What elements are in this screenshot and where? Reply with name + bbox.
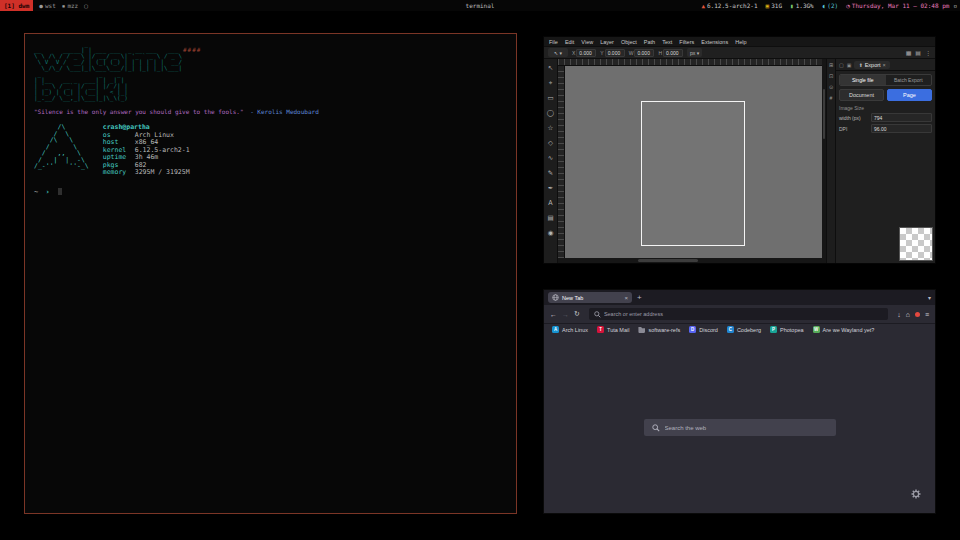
snap-icon[interactable]: ⊙ (829, 84, 833, 90)
tool-icon: ▭ (547, 94, 553, 102)
tab-close-icon[interactable]: × (624, 295, 628, 301)
new-tab-button[interactable]: + (637, 294, 642, 302)
active-tab[interactable]: New Tab × (548, 292, 632, 303)
tool-button[interactable]: ✒ (544, 180, 557, 195)
menu-item[interactable]: Object (621, 39, 637, 45)
snap-icon[interactable]: # (830, 95, 833, 101)
bookmark-are-we-wayland-yet[interactable]: W Are we Wayland yet? (813, 326, 875, 333)
gear-icon[interactable] (911, 485, 921, 503)
menu-item[interactable]: View (581, 39, 593, 45)
menu-item[interactable]: Layer (600, 39, 614, 45)
bookmark-label: Tuta Mail (607, 327, 629, 333)
web-search-box[interactable] (644, 419, 836, 436)
page-button[interactable]: Page (887, 89, 932, 101)
menu-item[interactable]: Edit (565, 39, 574, 45)
tool-button[interactable]: ⌖ (544, 75, 557, 90)
width-spinbox[interactable]: 794 (871, 113, 932, 122)
export-dialog-tab[interactable]: ⬆ Export × (854, 61, 889, 69)
menu-icon[interactable]: ≡ (925, 311, 929, 318)
status-bar: [1] dwm ● wst ▪ mzz ▢ terminal ▲ 6.12.5-… (0, 0, 960, 11)
coordinate-spinbox[interactable]: 0.000 (605, 49, 625, 57)
coordinate-spinbox[interactable]: 0.000 (663, 49, 683, 57)
bookmark-discord[interactable]: D Discord (689, 326, 718, 333)
coordinate-spinbox[interactable]: 0.000 (576, 49, 596, 57)
menu-item[interactable]: Extensions (701, 39, 728, 45)
fetch-fields: os Arch Linux host x86_64 kernel 6.12.5-… (103, 132, 190, 177)
tool-button[interactable]: A (544, 195, 557, 210)
quote-text: "Silence is the only answer you should g… (34, 108, 244, 115)
coordinate-label: W (629, 50, 634, 56)
bookmark-arch-linux[interactable]: A Arch Linux (552, 326, 588, 333)
downloads-icon[interactable]: ↓ (897, 311, 901, 318)
bookmark-tuta-mail[interactable]: T Tuta Mail (597, 326, 629, 333)
tool-button[interactable]: ◉ (544, 225, 557, 240)
close-icon[interactable]: × (883, 62, 886, 68)
tool-icon: ∿ (548, 154, 553, 162)
tool-button[interactable]: ☆ (544, 120, 557, 135)
coordinate-spinbox[interactable]: 0.000 (634, 49, 654, 57)
dpi-spinbox[interactable]: 96.00 (871, 124, 932, 133)
inkscape-window: File Edit View Layer Object Path Text Fi… (543, 36, 936, 264)
tool-icon: ↖ (548, 64, 553, 72)
globe-icon (552, 294, 559, 301)
cmdbar-right-icons: ▦ ▤ ⋮ (906, 49, 931, 56)
snap-icon[interactable]: ⊞ (829, 62, 833, 68)
status-module: ▮ 1.3G% (790, 2, 814, 9)
menu-item[interactable]: File (549, 39, 558, 45)
tool-controls-bar: ↖ ▾ X 0.000 Y 0.000 W 0.000 H (544, 46, 935, 59)
bookmark-folder-software-refs[interactable]: software-refs (638, 326, 680, 333)
tool-button[interactable]: ↖ (544, 60, 557, 75)
unit-dropdown[interactable]: px ▾ (687, 48, 702, 57)
home-icon[interactable]: ⌂ (906, 311, 910, 318)
dock-icon[interactable]: ▣ (847, 62, 852, 68)
cmdbar-icon[interactable]: ⋮ (925, 49, 931, 56)
tool-icon: ▤ (547, 214, 553, 222)
tool-button[interactable]: ▤ (544, 210, 557, 225)
tool-button[interactable]: ✎ (544, 165, 557, 180)
cmdbar-icon[interactable]: ▦ (906, 49, 912, 56)
list-tabs-chevron-icon[interactable]: ▾ (928, 294, 931, 301)
web-search-input[interactable] (665, 425, 828, 431)
batch-export-tab[interactable]: Batch Export (886, 75, 932, 85)
document-button[interactable]: Document (839, 89, 884, 101)
bookmark-codeberg[interactable]: C Codeberg (727, 326, 761, 333)
menu-item[interactable]: Path (644, 39, 655, 45)
inkscape-canvas[interactable] (565, 66, 822, 258)
scrollbar-thumb[interactable] (638, 259, 698, 262)
export-area-buttons: Document Page (839, 89, 932, 101)
coordinate-field: Y 0.000 (600, 49, 624, 57)
shell-prompt[interactable]: ~ › (34, 188, 507, 196)
tool-button[interactable]: ◇ (544, 135, 557, 150)
horizontal-scrollbar[interactable] (558, 258, 822, 263)
tool-icon: A (548, 199, 552, 206)
reload-button[interactable]: ↻ (574, 310, 580, 318)
address-bar[interactable] (589, 308, 888, 320)
vertical-ruler[interactable] (558, 66, 565, 258)
module-icon: ▲ (701, 2, 705, 9)
scrollbar-thumb[interactable] (823, 89, 825, 139)
back-button[interactable]: ← (550, 311, 557, 318)
tool-icon: ✒ (548, 184, 553, 192)
cmdbar-icon[interactable]: ▤ (915, 49, 921, 56)
tool-button[interactable]: ∿ (544, 150, 557, 165)
bookmark-photopea[interactable]: P Photopea (770, 326, 804, 333)
single-file-tab[interactable]: Single file (840, 75, 886, 85)
vertical-scrollbar[interactable] (822, 59, 826, 263)
menu-item[interactable]: Help (735, 39, 746, 45)
tool-icon: ◇ (548, 139, 553, 147)
menu-item[interactable]: Text (662, 39, 672, 45)
dock-icon[interactable]: ▢ (839, 62, 844, 68)
terminal-window[interactable]: _ __ _____| | ___ ___ _ __ ___ ___ \ \ /… (24, 33, 517, 514)
field-value: 3295M / 31925M (135, 169, 190, 177)
horizontal-ruler[interactable] (558, 59, 822, 66)
inkscape-menubar: File Edit View Layer Object Path Text Fi… (544, 37, 935, 46)
tool-button[interactable]: ◯ (544, 105, 557, 120)
tool-options-dropdown[interactable]: ↖ ▾ (548, 48, 568, 57)
forward-button[interactable]: → (562, 311, 569, 318)
address-input[interactable] (604, 311, 883, 317)
menu-item[interactable]: Filters (679, 39, 694, 45)
status-module: ◖ (2) (822, 2, 838, 9)
snap-icon[interactable]: ⊡ (829, 73, 833, 79)
record-indicator-icon[interactable] (915, 312, 920, 317)
tool-button[interactable]: ▭ (544, 90, 557, 105)
